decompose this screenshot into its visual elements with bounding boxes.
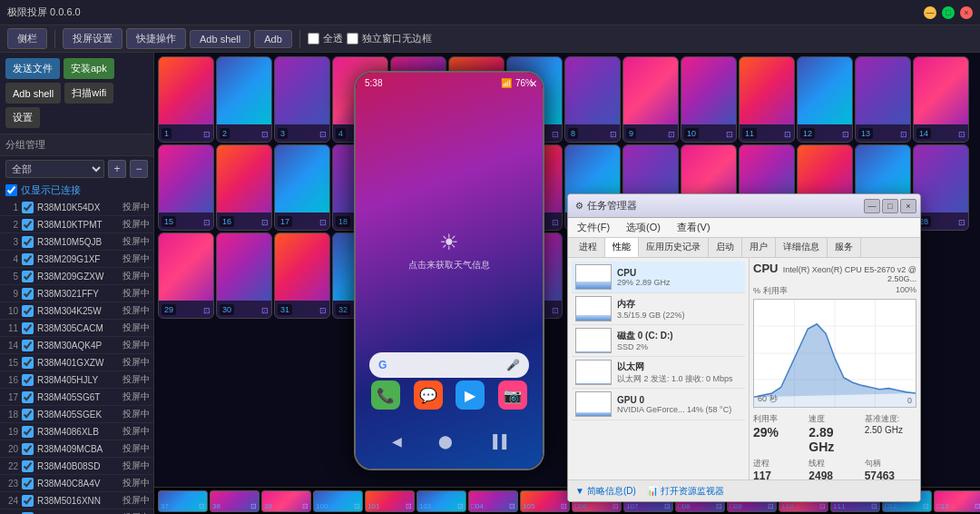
device-list-item[interactable]: 24 R38M5016XNN 投屏中	[0, 492, 153, 509]
nav-back[interactable]: ◀	[392, 434, 402, 449]
device-checkbox[interactable]	[22, 253, 34, 265]
device-list-item[interactable]: 9 R38M3021FFY 投屏中	[0, 285, 153, 302]
device-list-item[interactable]: 14 R38M30AQK4P 投屏中	[0, 337, 153, 354]
tab-services[interactable]: 服务	[828, 238, 861, 257]
strip-phone-thumb[interactable]: 100 ⊡	[313, 490, 363, 512]
tm-window-controls[interactable]: — □ ×	[864, 199, 916, 213]
device-checkbox[interactable]	[22, 409, 34, 420]
phone-thumbnail[interactable]: 11 ⊡	[739, 56, 795, 143]
device-checkbox[interactable]	[22, 305, 34, 317]
phone-thumbnail[interactable]: 14 ⊡	[913, 56, 969, 143]
phone-thumbnail[interactable]: 2 ⊡	[216, 56, 272, 143]
phone-thumbnail[interactable]: 16 ⊡	[216, 144, 272, 231]
strip-phone-thumb[interactable]: □04 ⊡	[468, 490, 518, 512]
brief-info-button[interactable]: ▼ 简略信息(D)	[575, 485, 636, 498]
phone-thumbnail[interactable]: 31 ⊡	[274, 232, 330, 319]
device-checkbox[interactable]	[22, 219, 34, 231]
borderless-checkbox[interactable]	[347, 33, 358, 44]
device-checkbox[interactable]	[22, 357, 34, 369]
tm-menu-file[interactable]: 文件(F)	[573, 219, 613, 236]
tm-resource-item[interactable]: 以太网 以太网 2 发送: 1.0 接收: 0 Mbps	[572, 357, 745, 389]
phone-thumbnail[interactable]: 10 ⊡	[681, 56, 737, 143]
tm-menu-view[interactable]: 查看(V)	[673, 219, 714, 236]
app-icon-store[interactable]: ▶	[456, 381, 485, 410]
window-controls[interactable]: — □ ×	[924, 6, 973, 19]
phone-search-bar[interactable]: G 🎤	[369, 352, 529, 378]
adb-shell-side-button[interactable]: Adb shell	[5, 83, 61, 104]
tab-details[interactable]: 详细信息	[776, 238, 828, 257]
nav-home[interactable]: ⬤	[438, 434, 453, 449]
remove-group-button[interactable]: −	[130, 160, 148, 178]
scan-wifi-button[interactable]: 扫描wifi	[64, 83, 113, 104]
device-checkbox[interactable]	[22, 202, 34, 213]
app-icon-phone[interactable]: 📞	[371, 381, 400, 410]
device-list-item[interactable]: 10 R38M304K25W 投屏中	[0, 302, 153, 320]
device-checkbox[interactable]	[22, 374, 34, 386]
device-list-item[interactable]: 3 R38M10M5QJB 投屏中	[0, 233, 153, 251]
phone-thumbnail[interactable]: 17 ⊡	[274, 144, 330, 231]
borderless-check[interactable]: 独立窗口无边框	[347, 32, 432, 45]
device-checkbox[interactable]	[22, 443, 34, 455]
quick-actions-button[interactable]: 快捷操作	[126, 28, 186, 49]
tm-minimize-button[interactable]: —	[864, 199, 880, 213]
tm-maximize-button[interactable]: □	[882, 199, 898, 213]
minimize-button[interactable]: —	[924, 6, 936, 19]
device-list-item[interactable]: 11 R38M305CACM 投屏中	[0, 320, 153, 337]
phone-thumbnail[interactable]: 9 ⊡	[622, 56, 679, 143]
tm-menu-options[interactable]: 选项(O)	[622, 219, 664, 236]
device-checkbox[interactable]	[22, 495, 34, 507]
device-checkbox[interactable]	[22, 340, 34, 351]
tab-performance[interactable]: 性能	[605, 238, 639, 257]
phone-thumbnail[interactable]: 29 ⊡	[158, 232, 214, 319]
device-checkbox[interactable]	[22, 288, 34, 300]
device-list-item[interactable]: 17 R38M405SG6T 投屏中	[0, 389, 153, 406]
settings-button[interactable]: 设置	[5, 107, 40, 128]
tab-processes[interactable]: 进程	[572, 238, 605, 257]
device-checkbox[interactable]	[22, 460, 34, 472]
phone-thumbnail[interactable]: 28 ⊡	[913, 144, 969, 231]
screen-settings-button[interactable]: 投屏设置	[63, 28, 122, 49]
group-filter-select[interactable]: 全部	[5, 160, 104, 178]
phone-overlay[interactable]: 5:38 📶 76% × ▲ ▼ ◀ ◉ ▬	[354, 71, 544, 470]
tm-resource-item[interactable]: CPU 29% 2.89 GHz	[572, 262, 745, 293]
transparent-checkbox[interactable]	[308, 33, 319, 44]
phone-thumbnail[interactable]: 30 ⊡	[216, 232, 272, 319]
device-checkbox[interactable]	[22, 271, 34, 282]
phone-thumbnail[interactable]: 8 ⊡	[564, 56, 621, 143]
tm-resource-item[interactable]: GPU 0 NVIDIA GeForce... 14% (58 °C)	[572, 389, 745, 420]
phone-weather[interactable]: ☀ 点击来获取天气信息	[408, 230, 490, 272]
device-list-item[interactable]: 23 R38M40C8A4V 投屏中	[0, 475, 153, 492]
strip-phone-thumb[interactable]: 38 ⊡	[210, 490, 260, 512]
app-icon-msg[interactable]: 💬	[414, 381, 443, 410]
resource-monitor-button[interactable]: 📊 打开资源监视器	[647, 485, 724, 498]
phone-thumbnail[interactable]: 13 ⊡	[855, 56, 911, 143]
strip-phone-thumb[interactable]: 105 ⊡	[520, 490, 570, 512]
show-online-checkbox[interactable]	[5, 184, 17, 196]
phone-thumbnail[interactable]: 15 ⊡	[158, 144, 214, 231]
device-list-item[interactable]: 18 R38M405SGEK 投屏中	[0, 406, 153, 423]
transparent-check[interactable]: 全透	[308, 32, 343, 45]
phone-close-button[interactable]: ×	[530, 76, 537, 91]
add-group-button[interactable]: +	[108, 160, 126, 178]
install-apk-button[interactable]: 安装apk	[64, 58, 114, 79]
device-checkbox[interactable]	[22, 236, 34, 248]
device-list-item[interactable]: 22 R38M40B08SD 投屏中	[0, 458, 153, 475]
device-list-item[interactable]: 19 R38M4086XLB 投屏中	[0, 423, 153, 440]
device-list-item[interactable]: 26 R38M502MAPT 投屏中	[0, 509, 153, 514]
device-list-item[interactable]: 20 R38M409MCBA 投屏中	[0, 440, 153, 458]
nav-recents[interactable]: ▐▐	[488, 434, 506, 449]
search-mic-icon[interactable]: 🎤	[506, 359, 520, 371]
adb-shell-button[interactable]: Adb shell	[190, 30, 250, 48]
device-checkbox[interactable]	[22, 322, 34, 334]
tab-users[interactable]: 用户	[742, 238, 776, 257]
device-list-item[interactable]: 2 R38M10KTPMT 投屏中	[0, 216, 153, 233]
close-button[interactable]: ×	[960, 6, 973, 19]
device-list-item[interactable]: 5 R38M209GZXW 投屏中	[0, 268, 153, 285]
phone-thumbnail[interactable]: 12 ⊡	[797, 56, 853, 143]
strip-phone-thumb[interactable]: □13 ⊡	[934, 490, 980, 512]
tab-app-history[interactable]: 应用历史记录	[639, 238, 709, 257]
tm-close-button[interactable]: ×	[900, 199, 916, 213]
tm-resource-item[interactable]: 内存 3.5/15.9 GB (22%)	[572, 293, 745, 325]
phone-thumbnail[interactable]: 1 ⊡	[158, 56, 214, 143]
send-file-button[interactable]: 发送文件	[5, 58, 60, 79]
